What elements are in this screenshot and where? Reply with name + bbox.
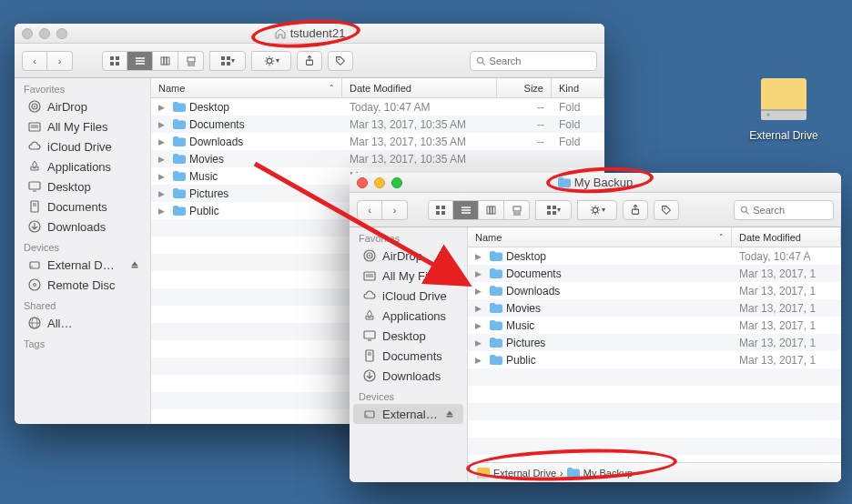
disclosure-icon[interactable]: ▶ (158, 137, 169, 146)
list-view-button[interactable] (453, 200, 479, 220)
sidebar-item-icloud-drive[interactable]: iCloud Drive (15, 136, 150, 156)
table-row[interactable]: ▶PublicMar 13, 2017, 1 (468, 351, 841, 368)
sidebar-item-applications[interactable]: Applications (15, 156, 150, 176)
coverflow-view-button[interactable] (504, 200, 530, 220)
icon-view-button[interactable] (102, 51, 127, 71)
sidebar-item-applications[interactable]: Applications (350, 306, 467, 326)
zoom-button[interactable] (391, 177, 402, 188)
svg-rect-48 (167, 57, 169, 65)
file-date: Mar 13, 2017, 1 (732, 337, 841, 349)
titlebar[interactable]: My Backup (350, 173, 841, 193)
sidebar-item-desktop[interactable]: Desktop (350, 326, 467, 346)
column-kind[interactable]: Kind (552, 78, 604, 97)
sidebar-item-all-my-files[interactable]: All My Files (15, 116, 150, 136)
column-headers[interactable]: Name˄ Date Modified (468, 227, 841, 247)
search-field[interactable] (734, 200, 834, 220)
column-view-button[interactable] (479, 200, 504, 220)
sidebar-item-external-[interactable]: External… (353, 404, 463, 424)
back-button[interactable]: ‹ (22, 51, 47, 71)
sidebar-item-airdrop[interactable]: AirDrop (15, 96, 150, 116)
table-row[interactable]: ▶DesktopToday, 10:47 AM--Fold (151, 98, 604, 116)
tag-button[interactable] (328, 51, 353, 71)
table-row[interactable]: ▶DocumentsMar 13, 2017, 1 (468, 265, 841, 282)
minimize-button[interactable] (374, 177, 385, 188)
file-name: Downloads (189, 136, 243, 148)
file-date: Mar 13, 2017, 10:35 AM (342, 118, 497, 131)
eject-icon[interactable] (443, 408, 456, 420)
finder-window-destination[interactable]: My Backup ‹ › ▾ ▾ Favorites AirDropAll M… (350, 173, 841, 482)
file-name: Pictures (506, 337, 545, 349)
table-row[interactable]: ▶MusicMar 13, 2017, 1 (468, 317, 841, 334)
search-input[interactable] (490, 55, 591, 66)
svg-rect-55 (227, 62, 230, 66)
sidebar-item-downloads[interactable]: Downloads (350, 366, 467, 386)
desktop-drive[interactable]: External Drive (746, 73, 821, 142)
path-item[interactable]: My Backup (583, 468, 633, 479)
disclosure-icon[interactable]: ▶ (475, 252, 486, 261)
share-button[interactable] (297, 51, 322, 71)
sidebar-item-icloud-drive[interactable]: iCloud Drive (350, 286, 467, 306)
coverflow-view-button[interactable] (178, 51, 204, 71)
eject-icon[interactable] (128, 258, 141, 271)
disclosure-icon[interactable]: ▶ (158, 155, 169, 164)
table-row[interactable]: ▶DownloadsMar 13, 2017, 1 (468, 282, 841, 299)
disclosure-icon[interactable]: ▶ (475, 321, 486, 330)
disclosure-icon[interactable]: ▶ (475, 356, 486, 365)
search-input[interactable] (753, 205, 827, 216)
disclosure-icon[interactable]: ▶ (475, 287, 486, 296)
table-row[interactable]: ▶DownloadsMar 13, 2017, 10:35 AM--Fold (151, 133, 604, 150)
column-date[interactable]: Date Modified (342, 78, 497, 97)
table-row[interactable]: ▶DocumentsMar 13, 2017, 10:35 AM--Fold (151, 116, 604, 133)
sidebar-item-airdrop[interactable]: AirDrop (350, 246, 467, 266)
action-button[interactable]: ▾ (577, 200, 617, 220)
column-name[interactable]: Name˄ (151, 78, 342, 97)
share-button[interactable] (623, 200, 648, 220)
sidebar-item-documents[interactable]: Documents (15, 197, 150, 217)
traffic-lights[interactable] (22, 28, 67, 39)
forward-button[interactable]: › (382, 200, 408, 220)
arrange-button[interactable]: ▾ (535, 200, 572, 220)
docs-icon (362, 348, 377, 363)
tag-button[interactable] (654, 200, 679, 220)
back-button[interactable]: ‹ (357, 200, 382, 220)
forward-button[interactable]: › (47, 51, 73, 71)
table-row[interactable]: ▶MoviesMar 13, 2017, 10:35 AM (151, 150, 604, 167)
icon-view-button[interactable] (428, 200, 453, 220)
disclosure-icon[interactable]: ▶ (158, 189, 169, 198)
disclosure-icon[interactable]: ▶ (158, 207, 169, 216)
traffic-lights[interactable] (357, 177, 402, 188)
sidebar-item-all-[interactable]: All… (15, 313, 150, 333)
sidebar-item-external-d-[interactable]: External D… (15, 255, 150, 275)
disclosure-icon[interactable]: ▶ (158, 172, 169, 181)
disclosure-icon[interactable]: ▶ (158, 103, 169, 112)
column-view-button[interactable] (153, 51, 178, 71)
sidebar-item-desktop[interactable]: Desktop (15, 176, 150, 197)
list-view-button[interactable] (127, 51, 153, 71)
sidebar-item-downloads[interactable]: Downloads (15, 217, 150, 237)
disclosure-icon[interactable]: ▶ (475, 304, 486, 313)
disclosure-icon[interactable]: ▶ (158, 120, 169, 129)
zoom-button[interactable] (56, 28, 67, 39)
close-button[interactable] (22, 28, 33, 39)
column-size[interactable]: Size (497, 78, 552, 97)
table-row[interactable]: ▶MoviesMar 13, 2017, 1 (468, 299, 841, 317)
column-name[interactable]: Name˄ (468, 227, 732, 247)
disclosure-icon[interactable]: ▶ (475, 269, 486, 278)
column-date[interactable]: Date Modified (732, 227, 841, 247)
sidebar-item-documents[interactable]: Documents (350, 346, 467, 366)
arrange-button[interactable]: ▾ (209, 51, 246, 71)
sidebar-item-all-my-files[interactable]: All My Files (350, 266, 467, 286)
minimize-button[interactable] (39, 28, 50, 39)
table-row[interactable]: ▶DesktopToday, 10:47 A (468, 247, 841, 265)
titlebar[interactable]: tstudent21 (15, 24, 604, 44)
table-row[interactable]: ▶PicturesMar 13, 2017, 1 (468, 334, 841, 351)
close-button[interactable] (357, 177, 368, 188)
disclosure-icon[interactable]: ▶ (475, 338, 486, 348)
sidebar-item-remote-disc[interactable]: Remote Disc (15, 275, 150, 295)
folder-icon (567, 468, 580, 478)
path-item[interactable]: External Drive (493, 468, 556, 479)
action-button[interactable]: ▾ (251, 51, 291, 71)
column-headers[interactable]: Name˄ Date Modified Size Kind (151, 78, 604, 98)
path-bar[interactable]: External Drive › My Backup (468, 462, 841, 482)
search-field[interactable] (470, 51, 597, 71)
